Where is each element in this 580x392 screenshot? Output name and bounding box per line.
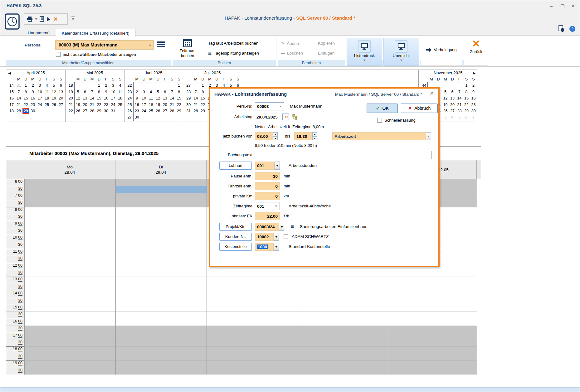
grid-cell[interactable] <box>115 333 207 340</box>
calendar-day[interactable]: 12 <box>442 95 449 101</box>
grid-cell[interactable] <box>389 284 477 291</box>
pause-input[interactable]: 30 <box>255 172 280 180</box>
grid-cell[interactable] <box>115 340 207 346</box>
calendar-prev-icon[interactable]: ◀ <box>8 70 11 76</box>
grid-cell[interactable] <box>207 284 298 291</box>
grid-cell[interactable] <box>207 361 298 367</box>
calendar-day[interactable]: 9 <box>470 89 477 95</box>
calendar-day[interactable]: 16 <box>29 95 37 101</box>
grid-cell[interactable] <box>298 361 389 367</box>
von-time-spinner[interactable] <box>273 132 278 140</box>
calendar-day[interactable]: 12 <box>75 95 82 101</box>
calendar-day[interactable]: 25 <box>148 108 155 114</box>
calendar-day[interactable]: 4 <box>148 89 155 95</box>
grid-cell[interactable] <box>298 333 389 340</box>
grid-cell[interactable] <box>207 270 298 277</box>
calendar-day[interactable]: 26 <box>51 102 58 108</box>
calendar-day[interactable]: 23 <box>29 102 37 108</box>
kunde-button[interactable]: Kunden-Nr. <box>219 233 252 241</box>
calendar-day[interactable]: 14 <box>168 95 176 101</box>
calendar-day[interactable]: 1 <box>95 82 103 89</box>
grid-cell[interactable] <box>24 256 115 263</box>
fahrzeit-input[interactable]: 0 <box>255 182 280 190</box>
zurueck-button[interactable]: ✕ Zurück <box>464 38 488 66</box>
calendar-day[interactable]: 15 <box>463 95 470 101</box>
grid-cell[interactable] <box>389 319 477 326</box>
calendar-day[interactable]: 29 <box>199 108 207 114</box>
grid-cell[interactable] <box>298 326 389 332</box>
grid-cell[interactable] <box>115 346 207 353</box>
calendar-day[interactable]: 6 <box>81 89 89 95</box>
calendar-day[interactable]: 29 <box>176 108 183 114</box>
grid-cell[interactable] <box>24 305 115 312</box>
calendar-day[interactable]: 3 <box>110 82 117 89</box>
grid-cell[interactable] <box>115 193 207 200</box>
minimize-button[interactable]: – <box>547 3 555 9</box>
calendar-day[interactable]: 27 <box>81 108 89 114</box>
grid-cell[interactable] <box>298 319 389 326</box>
buchungsart-combo[interactable]: Arbeitszeit <box>332 132 426 140</box>
calendar-day[interactable]: 16 <box>470 95 477 101</box>
calendar-day[interactable]: 5 <box>75 89 82 95</box>
calendar-day[interactable]: 4 <box>117 82 124 89</box>
uebersicht-dropdown-icon[interactable] <box>400 60 402 61</box>
loeschen-button[interactable]: Löschen <box>281 51 303 56</box>
grid-cell[interactable] <box>115 312 207 318</box>
uebersicht-button[interactable]: Übersicht <box>383 38 419 66</box>
calendar-day[interactable]: 8 <box>176 89 183 95</box>
grid-cell[interactable] <box>389 277 477 283</box>
calendar-day[interactable]: 26 <box>442 108 449 114</box>
selected-day[interactable]: 29 <box>22 108 29 114</box>
dialog-close-icon[interactable]: ✕ <box>430 90 434 96</box>
calendar-day[interactable]: 22 <box>199 102 207 108</box>
grid-cell[interactable] <box>115 291 207 298</box>
grid-cell[interactable] <box>115 249 207 256</box>
grid-cell[interactable] <box>389 368 477 375</box>
calendar-day[interactable]: 5 <box>442 89 449 95</box>
lohnart-combo[interactable]: 001 <box>255 162 275 170</box>
calendar-day[interactable]: 10 <box>140 95 148 101</box>
calendar-day[interactable]: 3 <box>442 114 449 120</box>
calendar-day[interactable]: 31 <box>110 108 117 114</box>
aendern-button[interactable]: ✎ Ändern <box>281 41 300 46</box>
calendar-day[interactable]: 8 <box>22 89 30 95</box>
einfuegen-button[interactable]: Einfügen <box>318 51 334 56</box>
lohnsatz-input[interactable]: 22,00 <box>255 212 280 220</box>
grid-cell[interactable] <box>389 298 477 305</box>
calendar-day[interactable]: 27 <box>162 108 169 114</box>
calendar-day[interactable]: 29 <box>22 108 30 114</box>
tab-hauptmenu[interactable]: Hauptmenü <box>22 29 55 37</box>
calendar-day[interactable]: 8 <box>463 89 470 95</box>
grid-cell[interactable] <box>24 354 115 361</box>
calendar-day[interactable]: 14 <box>192 95 199 101</box>
calendar-day[interactable]: 5 <box>154 89 162 95</box>
grid-cell[interactable] <box>115 200 207 207</box>
employee-list-icon[interactable] <box>157 41 165 48</box>
grid-cell[interactable] <box>24 284 115 291</box>
grid-cell[interactable] <box>115 179 207 186</box>
calendar-day[interactable]: 6 <box>449 89 456 95</box>
calendar-day[interactable]: 7 <box>89 89 96 95</box>
zeitregime-combo-arrow-icon[interactable] <box>275 206 277 207</box>
calendar-day[interactable]: 6 <box>162 89 169 95</box>
grid-cell[interactable] <box>389 333 477 340</box>
calendar-day[interactable]: 21 <box>15 102 22 108</box>
bis-time-input[interactable]: 16:30 <box>294 132 312 140</box>
kostenstelle-combo-arrow[interactable] <box>274 243 279 251</box>
grid-cell[interactable] <box>115 326 207 332</box>
calendar-day[interactable]: 26 <box>154 108 162 114</box>
grid-cell[interactable] <box>115 284 207 291</box>
grid-cell[interactable] <box>115 263 207 270</box>
calendar-day[interactable]: 25 <box>117 102 124 108</box>
calendar-day[interactable]: 3 <box>140 89 148 95</box>
calendar-day[interactable]: 7 <box>15 89 22 95</box>
grid-cell[interactable] <box>24 368 115 375</box>
private-km-input[interactable]: 0 <box>255 192 280 200</box>
calendar-day[interactable]: 30 <box>103 108 110 114</box>
grid-cell[interactable] <box>298 312 389 318</box>
grid-cell[interactable] <box>24 193 115 200</box>
calendar-day[interactable]: 19 <box>75 102 82 108</box>
grid-cell[interactable] <box>207 312 298 318</box>
pers-nr-combo-arrow-icon[interactable] <box>279 106 282 107</box>
grid-cell[interactable] <box>115 228 207 235</box>
